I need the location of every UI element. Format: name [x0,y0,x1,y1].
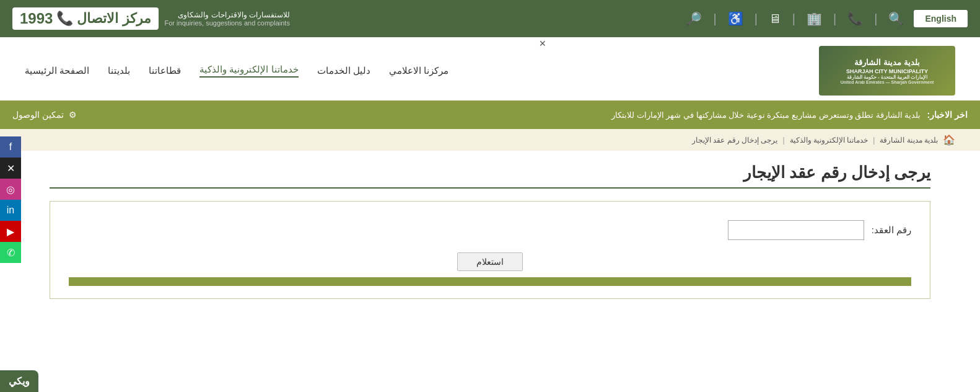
call-icon: 📞 [56,11,73,27]
breadcrumb-sep1: | [873,136,875,145]
main-content: يرجى إدخال رقم عقد الإيجار رقم العقد: اس… [0,151,980,318]
main-nav: مركزنا الاعلامي دليل الخدمات خدماتنا الإ… [25,64,448,78]
twitter-icon[interactable]: ✕ [0,158,21,179]
separator: | [874,12,877,26]
logo-sub-arabic: الإمارات العربية المتحدة - حكومة الشارقة [841,74,934,80]
nav-services-guide[interactable]: دليل الخدمات [317,65,370,76]
accessibility-icon[interactable]: ♿ [728,11,743,26]
top-bar: English 🔍 | 📞 | 🏢 | 🖥 | ♿ | 🔎 للاستفسارا… [0,0,980,37]
separator5: | [713,12,716,26]
nav-home[interactable]: الصفحة الرئيسية [25,65,89,76]
breadcrumb-eservices[interactable]: خدماتنا الإلكترونية والذكية [790,136,868,145]
nav-eservices[interactable]: خدماتنا الإلكترونية والذكية [199,64,298,78]
municipality-logo: بلدية مدينة الشارقة SHARJAH CITY MUNICIP… [819,46,955,96]
nav-municipality[interactable]: بلديتنا [108,65,130,76]
search-icon[interactable]: 🔍 [888,11,904,26]
call-center-text: للاستفسارات والاقتراحات والشكاوى For inq… [165,11,290,27]
job-search-icon[interactable]: 🔎 [686,11,702,26]
call-center-english: For inquiries, suggestions and complaint… [165,19,290,27]
call-center-box: للاستفسارات والاقتراحات والشكاوى For inq… [12,7,290,30]
breadcrumb-sep2: | [782,136,784,145]
close-area: ✕ [0,37,980,40]
whatsapp-icon[interactable]: ✆ [0,242,21,263]
accessibility-button[interactable]: ⚙ تمكين الوصول [12,110,77,120]
page-title: يرجى إدخال رقم عقد الإيجار [50,163,930,182]
nav-sectors[interactable]: قطاعاتنا [149,65,181,76]
form-btn-row: استعلام [69,252,911,271]
separator2: | [833,12,836,26]
home-icon[interactable]: 🏠 [943,134,955,146]
youtube-icon[interactable]: ▶ [0,221,21,242]
call-center-arabic-label: مركز الاتصال [77,11,151,27]
logo-english: SHARJAH CITY MUNICIPALITY [841,68,934,74]
call-number: 1993 [20,10,53,27]
separator3: | [792,12,795,26]
accessibility-icon-ticker: ⚙ [69,110,77,120]
breadcrumb-current: يرجى إدخال رقم عقد الإيجار [692,136,777,145]
close-button[interactable]: ✕ [539,38,546,48]
screen-icon[interactable]: 🖥 [769,12,781,26]
breadcrumb-home[interactable]: بلدية مدينة الشارقة [880,136,938,145]
logo-sub-english: United Arab Emirates — Sharjah Governmen… [841,80,934,84]
social-sidebar: f ✕ ◎ in ▶ ✆ [0,136,21,263]
logo-arabic: بلدية مدينة الشارقة [841,58,934,67]
inquiry-button[interactable]: استعلام [457,252,523,271]
contract-label: رقم العقد: [872,225,911,236]
breadcrumb: 🏠 بلدية مدينة الشارقة | خدماتنا الإلكترو… [0,129,980,151]
title-divider [50,187,930,189]
form-footer [69,277,911,286]
news-text: بلدية الشارقة تطلق وتستعرض مشاريع مبتكرة… [611,110,921,120]
logo-area: بلدية مدينة الشارقة SHARJAH CITY MUNICIP… [819,46,955,96]
phone-icon[interactable]: 📞 [847,11,863,26]
linkedin-icon[interactable]: in [0,200,21,221]
contract-number-input[interactable] [728,220,864,240]
top-bar-left: English 🔍 | 📞 | 🏢 | 🖥 | ♿ | 🔎 [686,10,968,27]
sitemap-icon[interactable]: 🏢 [807,11,822,26]
separator4: | [755,12,758,26]
top-bar-icons: 🔍 | 📞 | 🏢 | 🖥 | ♿ | 🔎 [686,11,904,26]
main-header: بلدية مدينة الشارقة SHARJAH CITY MUNICIP… [0,40,980,96]
news-ticker: اخر الاخبار: بلدية الشارقة تطلق وتستعرض … [0,100,980,129]
news-ticker-right: اخر الاخبار: بلدية الشارقة تطلق وتستعرض … [611,110,968,120]
nav-media-center[interactable]: مركزنا الاعلامي [389,65,448,76]
call-center-number: مركز الاتصال 📞 1993 [12,7,159,30]
facebook-icon[interactable]: f [0,136,21,158]
english-button[interactable]: English [914,10,968,27]
call-center-arabic: للاستفسارات والاقتراحات والشكاوى [165,11,290,19]
form-box: رقم العقد: استعلام [50,201,930,299]
news-label: اخر الاخبار: [927,110,968,120]
accessibility-label: تمكين الوصول [12,110,64,120]
top-bar-right: للاستفسارات والاقتراحات والشكاوى For inq… [12,7,290,30]
instagram-icon[interactable]: ◎ [0,179,21,200]
form-row: رقم العقد: [69,220,911,240]
